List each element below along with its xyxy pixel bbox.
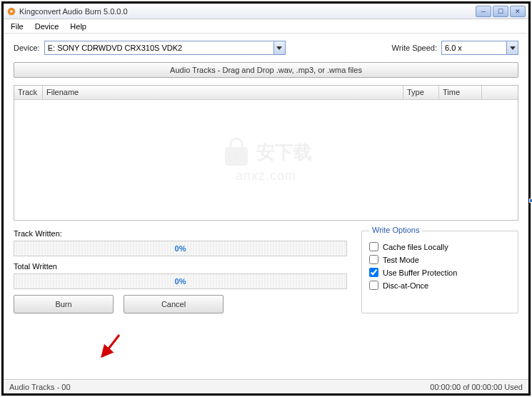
table-header: Track Filename Type Time (14, 86, 518, 100)
device-label: Device: (14, 44, 40, 52)
drop-header[interactable]: Audio Tracks - Drag and Drop .wav, .mp3,… (14, 62, 518, 78)
statusbar: Audio Tracks - 00 00:00:00 of 00:00:00 U… (4, 379, 528, 393)
total-written-label: Total Written (14, 262, 347, 271)
total-written-bar: 0% (14, 273, 347, 289)
menu-help[interactable]: Help (66, 21, 91, 32)
buffer-checkbox[interactable] (369, 268, 378, 277)
writespeed-label: Write Speed: (392, 44, 437, 52)
dropdown-arrow-icon (506, 41, 518, 54)
buffer-checkbox-row[interactable]: Use Buffer Protection (369, 268, 511, 277)
bag-icon (221, 137, 252, 169)
dao-label: Disc-at-Once (383, 281, 428, 290)
menu-file[interactable]: File (6, 21, 28, 32)
col-empty (482, 86, 518, 99)
col-filename[interactable]: Filename (43, 86, 403, 99)
svg-point-3 (232, 152, 241, 161)
total-written-pct: 0% (175, 277, 186, 286)
dropdown-arrow-icon (273, 41, 285, 54)
status-right: 00:00:00 of 00:00:00 Used (430, 383, 523, 391)
dao-checkbox[interactable] (369, 281, 378, 290)
watermark: 安下载 anxz.com (221, 137, 312, 184)
menubar: File Device Help (4, 19, 528, 34)
maximize-button[interactable]: ☐ (493, 6, 508, 17)
track-written-pct: 0% (175, 244, 186, 253)
burn-button[interactable]: Burn (14, 295, 114, 313)
track-table[interactable]: Track Filename Type Time 安下载 anxz.com (14, 85, 518, 221)
app-icon (6, 6, 16, 16)
writespeed-value: 6.0 x (445, 44, 462, 52)
close-button[interactable]: ✕ (510, 6, 526, 17)
buffer-label: Use Buffer Protection (383, 268, 457, 277)
status-left: Audio Tracks - 00 (9, 383, 430, 391)
track-written-bar: 0% (14, 241, 347, 256)
menu-device[interactable]: Device (31, 21, 64, 32)
track-written-label: Track Written: (14, 229, 347, 238)
device-select[interactable]: E: SONY CDRWDVD CRX310S VDK2 (44, 41, 286, 55)
cache-checkbox[interactable] (369, 242, 378, 251)
write-options-group: Write Options Cache files Locally Test M… (361, 231, 518, 313)
col-time[interactable]: Time (439, 86, 482, 99)
annotation-arrow-icon (96, 332, 125, 361)
cache-checkbox-row[interactable]: Cache files Locally (369, 242, 511, 251)
window-title: Kingconvert Audio Burn 5.0.0.0 (19, 7, 476, 16)
dao-checkbox-row[interactable]: Disc-at-Once (369, 281, 511, 290)
test-checkbox[interactable] (369, 255, 378, 264)
svg-point-1 (10, 10, 13, 13)
col-type[interactable]: Type (403, 86, 439, 99)
write-options-legend: Write Options (369, 226, 422, 234)
cancel-button[interactable]: Cancel (124, 295, 224, 313)
test-checkbox-row[interactable]: Test Mode (369, 255, 511, 264)
minimize-button[interactable]: ─ (476, 6, 491, 17)
test-label: Test Mode (383, 256, 419, 264)
device-value: E: SONY CDRWDVD CRX310S VDK2 (48, 44, 182, 52)
titlebar: Kingconvert Audio Burn 5.0.0.0 ─ ☐ ✕ (4, 4, 528, 19)
table-body[interactable]: 安下载 anxz.com (14, 100, 518, 220)
col-track[interactable]: Track (14, 86, 43, 99)
resize-handle[interactable] (529, 198, 532, 203)
writespeed-select[interactable]: 6.0 x (441, 41, 518, 55)
cache-label: Cache files Locally (383, 243, 448, 251)
